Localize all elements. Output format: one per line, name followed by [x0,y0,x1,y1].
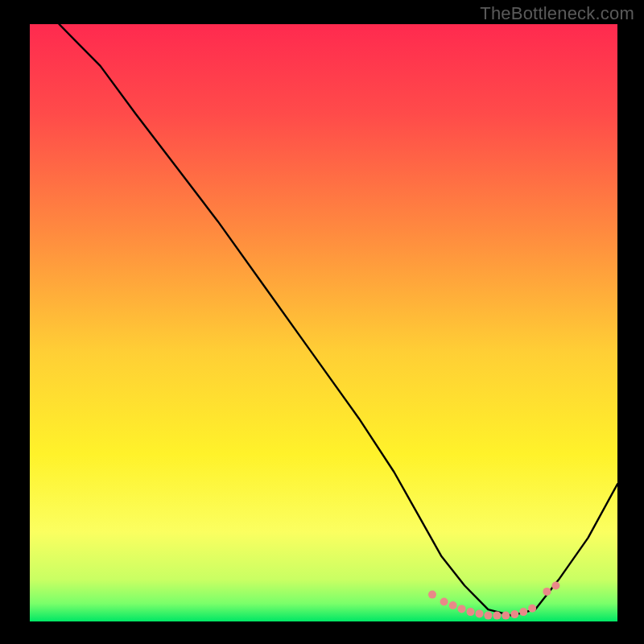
chart-marker [543,588,551,596]
chart-marker [440,598,448,606]
chart-marker [458,605,466,613]
chart-marker [502,612,510,620]
chart-svg [0,0,644,644]
chart-marker [476,609,484,617]
chart-container: TheBottleneck.com [0,0,644,644]
chart-marker [467,608,475,616]
chart-marker [528,605,536,613]
watermark-text: TheBottleneck.com [480,3,634,24]
chart-background-gradient [30,24,617,621]
chart-marker [449,601,457,609]
chart-marker [484,612,492,620]
chart-marker [428,591,436,599]
chart-marker [551,582,559,590]
chart-marker [493,612,501,620]
chart-marker [519,608,527,616]
chart-marker [510,610,518,618]
